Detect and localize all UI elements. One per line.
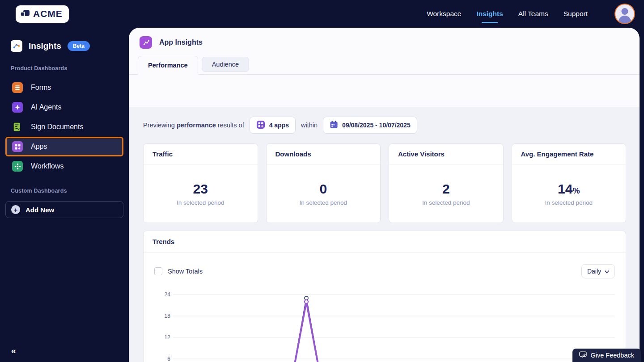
sidebar-insights-header[interactable]: Insights Beta	[5, 40, 123, 52]
tab-bar: Performance Audience	[129, 56, 640, 75]
add-new-label: Add New	[25, 206, 54, 214]
section-product-dashboards: Product Dashboards	[5, 65, 123, 72]
give-feedback-button[interactable]: Give Feedback	[572, 349, 641, 362]
stat-title: Avg. Engagement Rate	[512, 144, 626, 164]
sidebar-item-label: AI Agents	[31, 103, 62, 111]
apps-icon	[12, 141, 23, 152]
chevron-down-icon	[605, 268, 609, 275]
feedback-icon	[579, 351, 587, 359]
sidebar-app-title: Insights	[29, 41, 61, 51]
filter-row: Previewing performance results of 4 apps…	[143, 117, 626, 134]
sidebar-item-forms[interactable]: Forms	[5, 78, 123, 97]
plus-icon: +	[11, 205, 20, 214]
page-title: App Insights	[159, 38, 203, 46]
add-new-button[interactable]: + Add New	[5, 201, 123, 218]
sign-documents-icon	[12, 122, 23, 132]
trends-controls: Show Totals Daily	[144, 253, 626, 278]
sidebar-item-label: Sign Documents	[31, 123, 83, 131]
sidebar: Insights Beta Product Dashboards Forms A…	[0, 28, 129, 362]
stat-title: Traffic	[144, 144, 258, 164]
stat-title: Downloads	[267, 144, 381, 164]
interval-label: Daily	[587, 268, 601, 275]
acme-logo[interactable]: ACME	[16, 5, 69, 23]
date-range-button[interactable]: 09/08/2025 - 10/07/2025	[323, 117, 417, 134]
interval-select[interactable]: Daily	[581, 264, 615, 278]
tab-audience[interactable]: Audience	[202, 57, 249, 72]
main-panel: App Insights Performance Audience Previe…	[129, 28, 640, 362]
show-totals-checkbox-row[interactable]: Show Totals	[154, 267, 203, 275]
stat-value: 23	[193, 181, 208, 196]
trends-title: Trends	[144, 231, 626, 253]
apps-grid-icon	[256, 120, 265, 130]
sidebar-item-label: Forms	[31, 84, 51, 92]
app-insights-header: App Insights	[129, 28, 640, 56]
avatar-person-icon	[622, 8, 628, 15]
trends-card: Trends Show Totals Daily 06121824	[143, 231, 626, 362]
svg-text:12: 12	[165, 334, 171, 341]
date-range-label: 09/08/2025 - 10/07/2025	[342, 122, 411, 129]
sidebar-item-sign-documents[interactable]: Sign Documents	[5, 117, 123, 137]
nav-insights[interactable]: Insights	[476, 5, 503, 22]
acme-logo-icon	[20, 8, 30, 20]
tab-performance[interactable]: Performance	[138, 56, 198, 75]
stat-value: 14	[558, 181, 572, 196]
stat-card-downloads: Downloads 0 In selected period	[266, 143, 381, 223]
stat-card-traffic: Traffic 23 In selected period	[143, 143, 258, 223]
sidebar-item-label: Apps	[31, 143, 47, 151]
sidebar-item-workflows[interactable]: Workflows	[5, 156, 123, 176]
calendar-icon	[330, 120, 338, 130]
ai-agents-icon	[12, 102, 23, 113]
avatar[interactable]	[614, 4, 635, 24]
filter-bold: performance	[177, 122, 216, 129]
stats-row: Traffic 23 In selected period Downloads …	[143, 143, 626, 223]
stat-unit: %	[572, 186, 580, 195]
apps-filter-button[interactable]: 4 apps	[250, 117, 296, 134]
show-totals-checkbox[interactable]	[154, 267, 162, 275]
nav-workspace[interactable]: Workspace	[427, 5, 461, 22]
trends-chart[interactable]: 06121824	[154, 284, 615, 362]
trends-chart-wrap: 06121824	[144, 278, 626, 362]
stat-value: 0	[319, 181, 327, 196]
within-label: within	[301, 122, 318, 129]
filter-text: Previewing performance results of	[143, 122, 244, 129]
forms-icon	[12, 82, 23, 93]
sidebar-item-label: Workflows	[31, 162, 64, 170]
beta-badge: Beta	[68, 41, 90, 51]
stat-value: 2	[442, 181, 450, 196]
insights-chart-icon	[11, 40, 22, 52]
show-totals-label: Show Totals	[168, 268, 203, 275]
stat-caption: In selected period	[299, 199, 347, 206]
workflows-icon	[12, 161, 23, 172]
feedback-label: Give Feedback	[590, 352, 634, 359]
content-area: Previewing performance results of 4 apps…	[129, 107, 640, 362]
nav-support[interactable]: Support	[564, 5, 588, 22]
sidebar-collapse-button[interactable]: «	[11, 346, 16, 356]
sidebar-item-ai-agents[interactable]: AI Agents	[5, 97, 123, 117]
stat-title: Active Visitors	[389, 144, 503, 164]
nav-all-teams[interactable]: All Teams	[518, 5, 548, 22]
stat-card-engagement-rate: Avg. Engagement Rate 14% In selected per…	[512, 143, 627, 223]
filter-prefix: Previewing	[143, 122, 177, 129]
topbar: ACME Workspace Insights All Teams Suppor…	[0, 0, 644, 28]
stat-caption: In selected period	[422, 199, 470, 206]
svg-text:18: 18	[165, 313, 171, 319]
sidebar-item-apps[interactable]: Apps	[5, 137, 123, 156]
svg-text:24: 24	[165, 291, 171, 298]
top-nav: Workspace Insights All Teams Support	[427, 4, 635, 24]
svg-text:6: 6	[167, 356, 170, 362]
filter-suffix: results of	[216, 122, 244, 129]
stat-caption: In selected period	[545, 199, 593, 206]
app-insights-icon	[140, 36, 152, 49]
stat-caption: In selected period	[177, 199, 225, 206]
section-custom-dashboards: Custom Dashboards	[5, 188, 123, 194]
logo-text: ACME	[33, 8, 63, 19]
apps-filter-label: 4 apps	[269, 122, 289, 129]
stat-card-active-visitors: Active Visitors 2 In selected period	[389, 143, 504, 223]
